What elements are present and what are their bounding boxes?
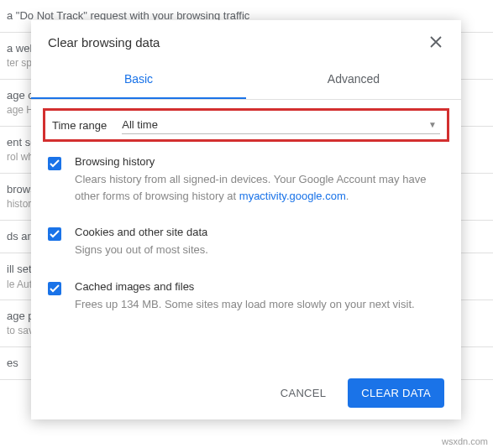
- option-title: Cookies and other site data: [75, 226, 208, 238]
- option-body: Cookies and other site data Signs you ou…: [75, 226, 208, 258]
- clear-browsing-data-dialog: Clear browsing data Basic Advanced Time …: [31, 20, 461, 419]
- cancel-button[interactable]: CANCEL: [267, 378, 340, 408]
- checkbox-cookies[interactable]: [48, 227, 61, 241]
- time-range-value: All time: [122, 118, 158, 131]
- option-cache: Cached images and files Frees up 134 MB.…: [48, 280, 444, 313]
- options-list: Browsing history Clears history from all…: [31, 147, 461, 334]
- close-button[interactable]: [427, 34, 444, 50]
- myactivity-link[interactable]: myactivity.google.com: [239, 190, 346, 202]
- check-icon: [50, 159, 60, 168]
- option-title: Browsing history: [75, 155, 444, 168]
- desc-suffix: .: [346, 190, 349, 202]
- check-icon: [50, 230, 60, 238]
- option-cookies: Cookies and other site data Signs you ou…: [48, 226, 444, 258]
- attribution-text: wsxdn.com: [442, 436, 488, 446]
- option-desc: Signs you out of most sites.: [75, 242, 208, 258]
- checkbox-browsing-history[interactable]: [48, 157, 61, 170]
- option-body: Browsing history Clears history from all…: [75, 155, 444, 204]
- dialog-title: Clear browsing data: [48, 35, 160, 49]
- option-body: Cached images and files Frees up 134 MB.…: [75, 280, 415, 313]
- dialog-footer: CANCEL CLEAR DATA: [31, 367, 461, 419]
- tabs: Basic Advanced: [31, 60, 461, 100]
- clear-data-button[interactable]: CLEAR DATA: [348, 378, 444, 408]
- close-icon: [430, 36, 442, 48]
- checkbox-cache[interactable]: [48, 282, 61, 295]
- chevron-down-icon: ▼: [428, 120, 437, 129]
- time-range-label: Time range: [52, 119, 107, 132]
- tab-basic[interactable]: Basic: [31, 60, 246, 99]
- check-icon: [50, 284, 60, 293]
- option-browsing-history: Browsing history Clears history from all…: [48, 155, 444, 204]
- option-desc: Clears history from all signed-in device…: [75, 171, 444, 204]
- time-range-select[interactable]: All time ▼: [122, 116, 440, 134]
- option-title: Cached images and files: [75, 280, 415, 293]
- dialog-header: Clear browsing data: [31, 20, 461, 50]
- time-range-highlight: Time range All time ▼: [43, 108, 449, 142]
- option-desc: Frees up 134 MB. Some sites may load mor…: [75, 296, 415, 313]
- tab-advanced[interactable]: Advanced: [246, 60, 461, 99]
